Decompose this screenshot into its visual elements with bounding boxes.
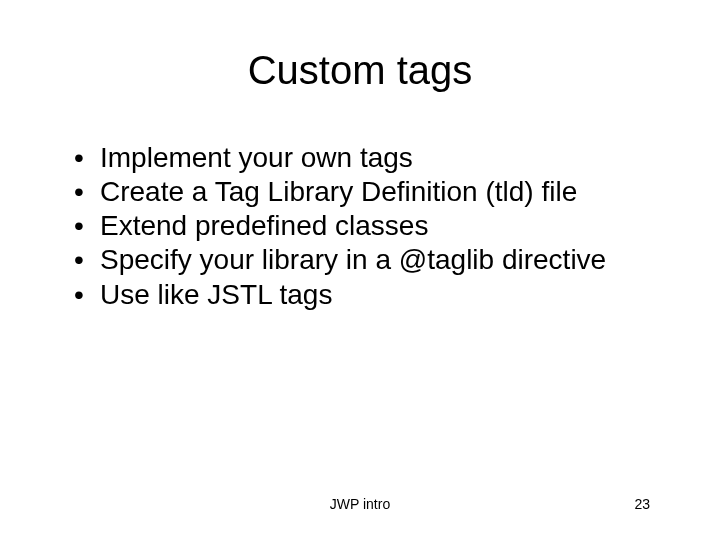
bullet-item: Implement your own tags	[70, 141, 650, 175]
bullet-item: Specify your library in a @taglib direct…	[70, 243, 650, 277]
bullet-list: Implement your own tags Create a Tag Lib…	[70, 141, 650, 312]
slide-number: 23	[634, 496, 650, 512]
bullet-item: Use like JSTL tags	[70, 278, 650, 312]
slide-footer: JWP intro 23	[0, 496, 720, 512]
slide-title: Custom tags	[70, 48, 650, 93]
slide: Custom tags Implement your own tags Crea…	[0, 0, 720, 540]
footer-center-text: JWP intro	[330, 496, 390, 512]
bullet-item: Create a Tag Library Definition (tld) fi…	[70, 175, 650, 209]
bullet-item: Extend predefined classes	[70, 209, 650, 243]
slide-content: Implement your own tags Create a Tag Lib…	[70, 141, 650, 500]
